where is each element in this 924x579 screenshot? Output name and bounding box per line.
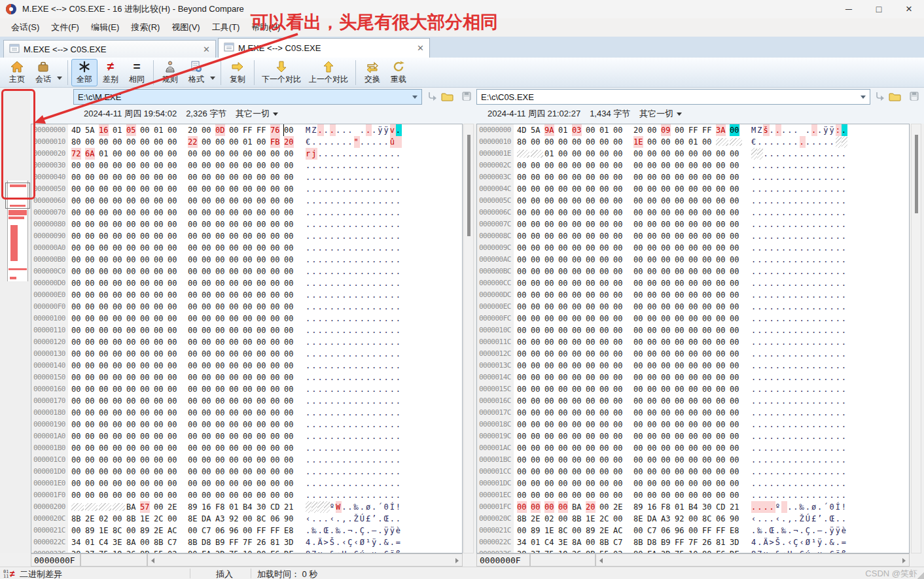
hex-byte[interactable]: 00 (140, 454, 154, 466)
text-char[interactable]: . (336, 419, 342, 430)
hex-byte[interactable]: 00 (544, 489, 558, 501)
hex-byte[interactable]: 80 (633, 548, 647, 553)
text-char[interactable]: 0 (829, 501, 835, 513)
text-char[interactable]: . (793, 230, 799, 242)
text-char[interactable]: . (829, 442, 835, 454)
hex-byte[interactable]: 00 (99, 207, 113, 219)
hex-byte[interactable]: 00 (99, 454, 113, 466)
text-char[interactable]: . (306, 407, 311, 419)
hex-byte[interactable]: 00 (215, 336, 229, 348)
hex-byte[interactable]: 00 (126, 383, 140, 395)
text-char[interactable]: . (347, 372, 353, 383)
text-char[interactable]: . (829, 407, 835, 419)
text-char[interactable]: . (800, 466, 806, 478)
hex-byte[interactable]: 00 (270, 442, 284, 454)
text-char[interactable]: . (763, 336, 769, 348)
text-char[interactable]: . (311, 395, 317, 407)
hex-byte[interactable]: 26 (257, 536, 270, 548)
text-char[interactable]: . (806, 489, 811, 501)
hex-byte[interactable]: 00 (168, 242, 181, 254)
text-char[interactable]: . (829, 171, 835, 183)
text-char[interactable]: . (823, 207, 829, 219)
text-char[interactable]: . (324, 242, 330, 254)
hex-byte[interactable]: 00 (633, 230, 647, 242)
text-char[interactable]: . (806, 325, 811, 336)
text-char[interactable]: . (342, 136, 347, 148)
text-char[interactable]: . (775, 207, 781, 219)
hex-byte[interactable]: 00 (730, 254, 743, 266)
text-char[interactable]: . (806, 419, 811, 430)
hex-byte[interactable]: 00 (270, 160, 284, 171)
hex-byte[interactable]: 00 (188, 383, 202, 395)
toolbar-button-arrow-down[interactable]: 下一个对比 (258, 59, 305, 86)
text-char[interactable]: . (800, 430, 806, 442)
hex-byte[interactable]: 00 (730, 348, 743, 360)
hex-byte[interactable]: 00 (558, 372, 572, 383)
hex-byte[interactable]: 00 (558, 277, 572, 289)
text-char[interactable]: . (378, 525, 383, 536)
hex-byte[interactable]: 8B (71, 513, 85, 525)
text-char[interactable]: . (763, 383, 769, 395)
text-char[interactable]: . (360, 336, 366, 348)
text-char[interactable]: . (793, 148, 799, 160)
scrollbar-thumb[interactable] (915, 135, 918, 213)
hex-byte[interactable]: 02 (99, 513, 113, 525)
hex-byte[interactable]: 00 (661, 195, 675, 207)
hex-byte[interactable]: 00 (558, 313, 572, 325)
hex-byte[interactable]: D8 (647, 536, 661, 548)
text-char[interactable]: . (787, 124, 793, 136)
hex-byte[interactable]: 00 (257, 277, 270, 289)
text-char[interactable]: € (306, 136, 311, 148)
text-char[interactable]: . (829, 454, 835, 466)
hex-row[interactable]: 0000004000000000000000000000000000000000… (31, 171, 462, 183)
hex-byte[interactable]: 00 (188, 289, 202, 301)
hex-byte[interactable]: 00 (586, 383, 599, 395)
hex-gap-cell[interactable] (99, 501, 113, 513)
text-char[interactable]: . (811, 313, 817, 325)
hex-byte[interactable]: 00 (270, 219, 284, 230)
hex-byte[interactable]: 89 (531, 525, 544, 536)
hex-byte[interactable]: 00 (730, 124, 743, 136)
text-char[interactable]: . (836, 442, 842, 454)
hex-byte[interactable]: 38 (71, 548, 85, 553)
hex-byte[interactable]: 00 (257, 383, 270, 395)
text-char[interactable]: . (372, 219, 378, 230)
text-char[interactable]: . (360, 360, 366, 372)
text-char[interactable]: . (811, 336, 817, 348)
text-char[interactable]: ‹ (342, 536, 347, 548)
hex-byte[interactable]: 00 (71, 525, 85, 536)
hex-byte[interactable]: 00 (85, 301, 99, 313)
hex-byte[interactable]: 00 (126, 325, 140, 336)
hex-byte[interactable]: 00 (572, 219, 586, 230)
text-char[interactable]: . (842, 207, 847, 219)
hex-byte[interactable]: 00 (215, 489, 229, 501)
text-char[interactable]: . (800, 525, 806, 536)
hex-row[interactable]: 0000023C38377519268B550280FA3D751080F6DF… (31, 548, 462, 553)
text-char[interactable]: . (829, 207, 835, 219)
text-char[interactable]: . (378, 478, 383, 489)
hex-byte[interactable]: 00 (257, 242, 270, 254)
text-char[interactable]: . (383, 171, 389, 183)
text-char[interactable]: . (311, 383, 317, 395)
hex-byte[interactable]: 00 (716, 171, 730, 183)
hex-byte[interactable]: 00 (229, 372, 243, 383)
hex-byte[interactable]: 00 (229, 360, 243, 372)
hex-byte[interactable]: 00 (661, 442, 675, 454)
text-char[interactable]: . (775, 395, 781, 407)
hex-byte[interactable]: 00 (661, 230, 675, 242)
hex-row[interactable]: 000001CC00000000000000000000000000000000… (477, 466, 909, 478)
text-char[interactable]: . (751, 183, 757, 195)
hex-byte[interactable]: 00 (229, 289, 243, 301)
hex-byte[interactable]: 00 (126, 360, 140, 372)
text-char[interactable]: . (751, 454, 757, 466)
text-char[interactable]: . (324, 219, 330, 230)
text-char[interactable]: 4 (751, 536, 757, 548)
text-char[interactable]: . (763, 325, 769, 336)
hex-byte[interactable]: 00 (99, 254, 113, 266)
text-char[interactable]: . (800, 219, 806, 230)
text-char[interactable]: è (396, 525, 402, 536)
text-char[interactable]: . (800, 207, 806, 219)
hex-byte[interactable]: 00 (675, 336, 688, 348)
hex-byte[interactable]: 00 (730, 207, 743, 219)
hex-byte[interactable]: 00 (544, 277, 558, 289)
